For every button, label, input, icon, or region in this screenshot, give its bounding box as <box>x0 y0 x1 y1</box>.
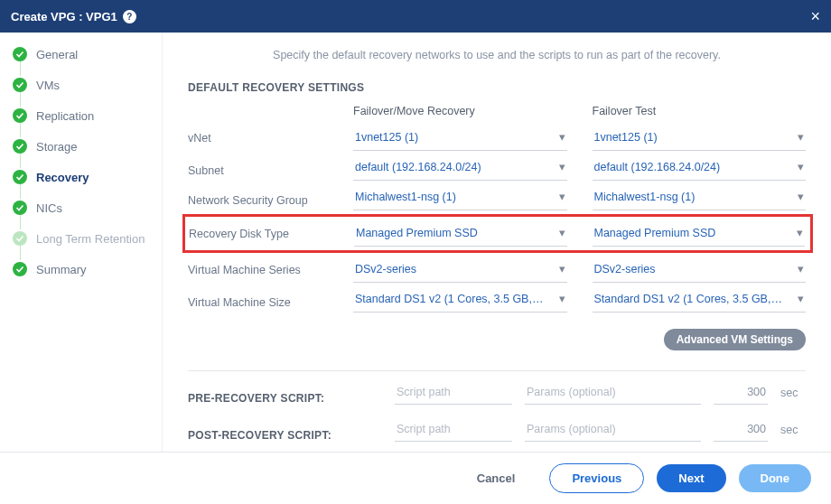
pre-script-params-input[interactable] <box>525 382 701 405</box>
vnet-test-select[interactable]: 1vnet125 (1)▾ <box>593 125 807 151</box>
sidebar-item-replication[interactable]: Replication <box>13 107 158 125</box>
sidebar-item-general[interactable]: General <box>13 45 158 63</box>
sidebar-item-label: VMs <box>36 79 60 92</box>
wizard-sidebar: General VMs Replication Storage Recovery <box>0 33 163 452</box>
select-value: Managed Premium SSD <box>356 227 478 239</box>
select-value: 1vnet125 (1) <box>594 131 658 144</box>
chevron-down-icon: ▾ <box>798 130 804 144</box>
disk-failover-select[interactable]: Managed Premium SSD▾ <box>354 220 567 247</box>
section-title: DEFAULT RECOVERY SETTINGS <box>188 81 806 94</box>
sidebar-item-label: Recovery <box>36 171 89 184</box>
sidebar-item-nics[interactable]: NICs <box>13 199 158 217</box>
series-failover-select[interactable]: DSv2-series▾ <box>353 257 567 283</box>
post-recovery-label: POST-RECOVERY SCRIPT: <box>188 429 382 442</box>
vnet-failover-select[interactable]: 1vnet125 (1)▾ <box>353 125 567 151</box>
size-test-select[interactable]: Standard DS1 v2 (1 Cores, 3.5 GB, 4 D…▾ <box>593 283 807 313</box>
select-value: Standard DS1 v2 (1 Cores, 3.5 GB, 4 D… <box>594 293 783 305</box>
modal-header: Create VPG : VPG1 ? × <box>0 0 831 33</box>
create-vpg-modal: Create VPG : VPG1 ? × General VMs Replic… <box>0 0 831 504</box>
modal-footer: Cancel Previous Next Done <box>0 452 831 504</box>
chevron-down-icon: ▾ <box>798 262 804 275</box>
done-button[interactable]: Done <box>739 464 812 492</box>
divider <box>188 370 806 371</box>
chevron-down-icon: ▾ <box>559 262 565 275</box>
select-value: default (192.168.24.0/24) <box>594 161 721 173</box>
pre-script-timeout-input[interactable] <box>714 382 768 405</box>
sidebar-item-long-term-retention[interactable]: Long Term Retention <box>13 229 158 247</box>
pre-recovery-script-row: PRE-RECOVERY SCRIPT: sec <box>188 382 806 405</box>
subnet-failover-select[interactable]: default (192.168.24.0/24)▾ <box>353 151 567 181</box>
select-value: Managed Premium SSD <box>594 227 716 239</box>
chevron-down-icon: ▾ <box>798 292 804 305</box>
post-script-timeout-input[interactable] <box>714 419 768 442</box>
sidebar-item-storage[interactable]: Storage <box>13 137 158 155</box>
post-script-path-input[interactable] <box>395 419 512 442</box>
chevron-down-icon: ▾ <box>798 190 804 203</box>
pre-recovery-label: PRE-RECOVERY SCRIPT: <box>188 392 382 405</box>
post-script-params-input[interactable] <box>525 419 701 442</box>
disk-test-select[interactable]: Managed Premium SSD▾ <box>593 220 806 247</box>
row-label-series: Virtual Machine Series <box>188 264 328 276</box>
subnet-test-select[interactable]: default (192.168.24.0/24)▾ <box>593 151 807 181</box>
sidebar-item-label: Long Term Retention <box>36 232 145 246</box>
chevron-down-icon: ▾ <box>559 130 565 144</box>
sidebar-item-label: General <box>36 48 78 61</box>
row-label-nsg: Network Security Group <box>188 185 328 207</box>
row-label-size: Virtual Machine Size <box>188 287 328 309</box>
chevron-down-icon: ▾ <box>559 160 565 173</box>
intro-text: Specify the default recovery networks to… <box>188 49 806 61</box>
sidebar-item-summary[interactable]: Summary <box>13 260 158 278</box>
modal-body: General VMs Replication Storage Recovery <box>0 33 831 452</box>
sidebar-item-label: NICs <box>36 201 62 215</box>
next-button[interactable]: Next <box>657 464 725 492</box>
check-icon <box>13 170 27 184</box>
size-failover-select[interactable]: Standard DS1 v2 (1 Cores, 3.5 GB, 4 D…▾ <box>353 283 567 313</box>
close-icon[interactable]: × <box>810 7 820 26</box>
check-icon <box>13 108 27 123</box>
main-panel: Specify the default recovery networks to… <box>163 33 831 452</box>
post-recovery-script-row: POST-RECOVERY SCRIPT: sec <box>188 419 806 442</box>
help-icon[interactable]: ? <box>123 10 136 23</box>
recovery-disk-type-row-highlighted: Recovery Disk Type Managed Premium SSD▾ … <box>182 214 813 253</box>
row-label-vnet: vNet <box>188 132 328 145</box>
advanced-vm-settings-button[interactable]: Advanced VM Settings <box>664 329 806 350</box>
select-value: Standard DS1 v2 (1 Cores, 3.5 GB, 4 D… <box>355 293 544 305</box>
select-value: DSv2-series <box>594 263 656 275</box>
check-icon <box>13 201 27 215</box>
sidebar-item-vms[interactable]: VMs <box>13 76 158 94</box>
previous-button[interactable]: Previous <box>549 463 644 493</box>
nsg-failover-select[interactable]: Michalwest1-nsg (1)▾ <box>353 181 567 210</box>
nsg-test-select[interactable]: Michalwest1-nsg (1)▾ <box>593 181 807 210</box>
sidebar-item-label: Replication <box>36 109 94 123</box>
row-label-subnet: Subnet <box>188 155 328 177</box>
check-icon <box>13 78 27 92</box>
select-value: Michalwest1-nsg (1) <box>355 191 456 203</box>
check-icon <box>13 139 27 154</box>
select-value: default (192.168.24.0/24) <box>355 161 481 173</box>
unit-label: sec <box>780 424 806 442</box>
sidebar-item-label: Summary <box>36 263 87 276</box>
sidebar-item-label: Storage <box>36 140 78 154</box>
modal-title: Create VPG : VPG1 <box>11 10 117 23</box>
chevron-down-icon: ▾ <box>559 190 565 203</box>
check-icon <box>13 262 27 276</box>
series-test-select[interactable]: DSv2-series▾ <box>593 257 807 283</box>
check-icon <box>13 231 27 246</box>
sidebar-item-recovery[interactable]: Recovery <box>13 168 158 186</box>
column-header-failover: Failover/Move Recovery <box>353 103 567 125</box>
recovery-settings-grid: Failover/Move Recovery Failover Test vNe… <box>188 103 806 313</box>
row-label-disk: Recovery Disk Type <box>189 228 329 240</box>
pre-script-path-input[interactable] <box>395 382 512 405</box>
column-header-test: Failover Test <box>593 103 807 125</box>
cancel-button[interactable]: Cancel <box>455 464 537 492</box>
select-value: 1vnet125 (1) <box>355 131 418 144</box>
select-value: Michalwest1-nsg (1) <box>594 191 696 203</box>
chevron-down-icon: ▾ <box>798 160 804 173</box>
check-icon <box>13 47 27 61</box>
unit-label: sec <box>780 387 806 405</box>
chevron-down-icon: ▾ <box>797 226 803 239</box>
chevron-down-icon: ▾ <box>559 292 565 305</box>
chevron-down-icon: ▾ <box>559 226 565 239</box>
select-value: DSv2-series <box>355 263 416 275</box>
